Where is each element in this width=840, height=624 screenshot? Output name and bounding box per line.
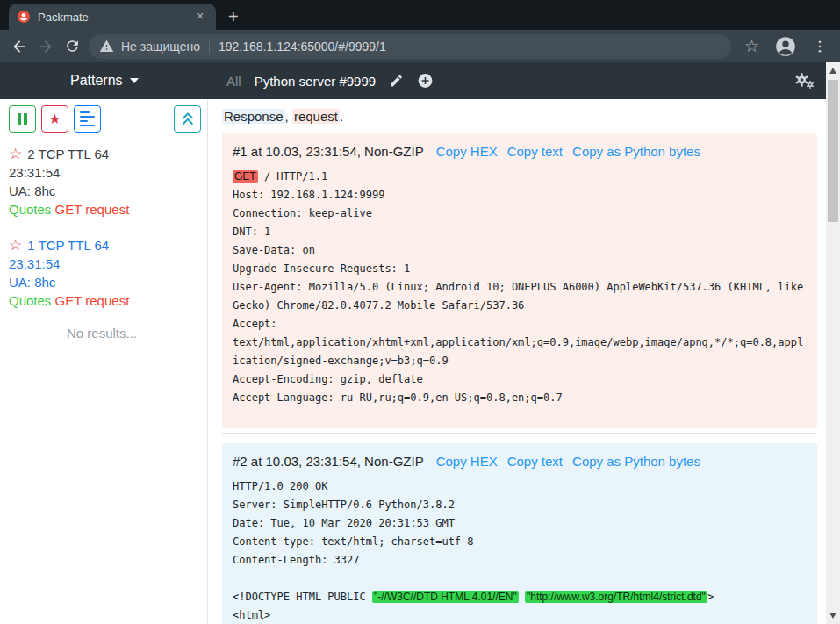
collapse-sidebar-button[interactable] [174,105,201,133]
scroll-up-arrow[interactable] [829,68,836,74]
profile-avatar[interactable] [774,35,797,58]
scroll-down-arrow[interactable] [829,613,836,619]
app-header: Patterns All Python server #9999 [0,62,826,99]
packet-list-item[interactable]: ☆ 1 TCP TTL 64 23:31:54 UA: 8hc Quotes G… [9,236,207,310]
packet-card: #2 at 10.03, 23:31:54, Non-GZIP Copy HEX… [222,443,817,624]
copy-hex-link[interactable]: Copy HEX [436,144,498,159]
tab-title: Packmate [38,11,185,24]
patterns-menu-label: Patterns [70,73,123,89]
tag-red: GET request [55,202,130,217]
sidebar-toolbar: ★ [9,105,207,133]
packet-item-useragent: UA: 8hc [9,273,207,291]
browser-menu-icon[interactable] [812,39,828,54]
packet-body: GET / HTTP/1.1 Host: 192.168.1.124:9999 … [233,168,807,407]
favorite-star-icon[interactable]: ☆ [9,147,22,161]
packet-divider [222,433,817,434]
packet-detail-pane: Response, request. #1 at 10.03, 23:31:54… [208,99,826,624]
packet-card: #1 at 10.03, 23:31:54, Non-GZIP Copy HEX… [222,133,817,428]
tag-green: Quotes [9,293,51,308]
double-chevron-up-icon [181,111,195,126]
copy-hex-link[interactable]: Copy HEX [436,454,498,469]
packet-item-time: 23:31:54 [9,255,207,273]
packet-item-tags: Quotes GET request [9,291,207,310]
bookmark-star-icon[interactable]: ☆ [744,38,759,54]
packet-item-title: 1 TCP TTL 64 [27,236,109,255]
tag-green: Quotes [9,202,51,217]
tag-red: GET request [55,293,130,308]
pattern-tabs: All Python server #9999 [226,73,434,90]
pause-capture-button[interactable] [9,105,36,133]
packet-list-item[interactable]: ☆ 2 TCP TTL 64 23:31:54 UA: 8hc Quotes G… [9,145,207,219]
content-body: ★ ☆ 2 TCP TTL 64 23:31:54 UA: 8hc Quotes… [0,99,826,624]
packet-actions: Copy HEXCopy textCopy as Python bytes [436,144,700,159]
highlight-request: request [292,109,340,124]
tab-close-icon[interactable]: × [192,9,208,25]
pattern-tab-all[interactable]: All [226,74,241,89]
url-text[interactable]: 192.168.1.124:65000/#/9999/1 [219,39,386,54]
scrollbar-thumb[interactable] [828,80,838,222]
packet-body: HTTP/1.0 200 OK Server: SimpleHTTP/0.6 P… [233,477,807,624]
address-separator [209,39,210,54]
browser-tab-packmate[interactable]: Packmate × [9,4,216,30]
favorite-star-icon[interactable]: ☆ [9,238,22,253]
browser-toolbar: Не защищено 192.168.1.124:65000/#/9999/1… [0,30,840,62]
copy-text-link[interactable]: Copy text [507,454,563,469]
page: Patterns All Python server #9999 [0,62,840,624]
packets-container: #1 at 10.03, 23:31:54, Non-GZIP Copy HEX… [222,133,817,624]
packet-item-tags: Quotes GET request [9,200,207,219]
pattern-match-line: Response, request. [222,109,817,124]
list-filter-button[interactable] [74,105,101,133]
new-tab-button[interactable]: + [228,8,239,25]
pause-icon [18,113,21,125]
packet-item-time: 23:31:54 [9,163,207,182]
packet-id: #1 at 10.03, 23:31:54, Non-GZIP [233,144,424,159]
star-icon: ★ [48,111,61,127]
highlight-green: "-//W3C//DTD HTML 4.01//EN" [372,591,519,603]
packmate-favicon-icon [17,10,31,24]
packet-actions: Copy HEXCopy textCopy as Python bytes [436,454,700,469]
copy-as-python-bytes-link[interactable]: Copy as Python bytes [572,144,700,159]
back-icon[interactable] [6,33,32,60]
page-scrollbar[interactable] [826,62,840,624]
highlight-green: "http://www.w3.org/TR/html4/strict.dtd" [525,591,707,603]
page-main: Patterns All Python server #9999 [0,62,826,624]
patterns-menu[interactable]: Patterns [70,73,139,89]
edit-pattern-icon[interactable] [389,74,404,89]
settings-gear-icon[interactable] [794,73,815,90]
packet-list: ☆ 2 TCP TTL 64 23:31:54 UA: 8hc Quotes G… [9,145,207,310]
reload-icon[interactable] [59,33,85,60]
pattern-tab-current[interactable]: Python server #9999 [255,74,376,89]
packet-id: #2 at 10.03, 23:31:54, Non-GZIP [233,454,424,469]
security-label[interactable]: Не защищено [121,39,200,54]
add-pattern-icon[interactable] [417,73,434,90]
packet-item-useragent: UA: 8hc [9,182,207,200]
forward-icon[interactable] [32,33,59,60]
no-results-label: No results... [9,326,207,341]
align-lines-icon [80,111,95,126]
copy-as-python-bytes-link[interactable]: Copy as Python bytes [572,454,700,469]
tab-strip: Packmate × + [0,0,840,30]
caret-down-icon [130,78,139,83]
highlight-response: Response [222,109,285,124]
browser-window: Packmate × + Не защищено 192.168.1.124:6… [0,0,840,624]
address-bar[interactable]: Не защищено 192.168.1.124:65000/#/9999/1 [89,34,731,59]
security-warning-icon [99,39,114,54]
copy-text-link[interactable]: Copy text [507,144,563,159]
sidebar: ★ ☆ 2 TCP TTL 64 23:31:54 UA: 8hc Quotes… [0,99,208,624]
highlight-red: GET [233,170,258,183]
favorites-filter-button[interactable]: ★ [41,105,68,133]
packet-item-title: 2 TCP TTL 64 [27,145,109,163]
